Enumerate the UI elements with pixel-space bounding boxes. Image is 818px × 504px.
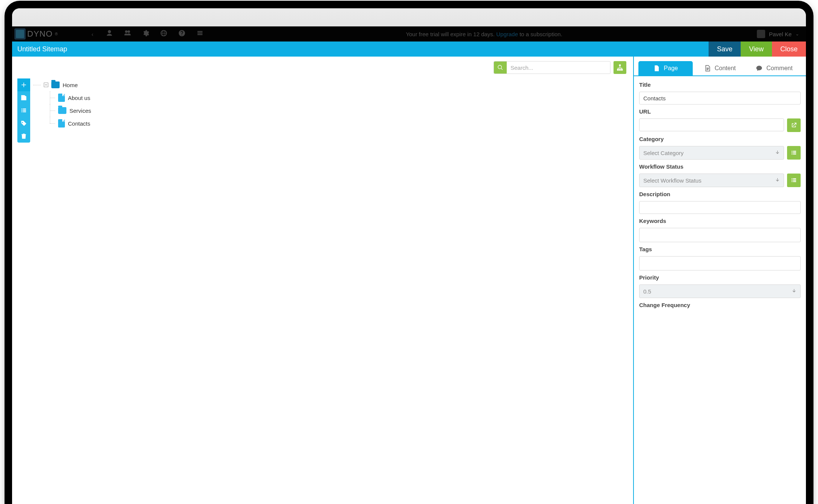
priority-value: 0.5 (643, 288, 651, 295)
category-select[interactable]: Select Category (639, 146, 784, 160)
logo-mark (14, 28, 26, 40)
search-button[interactable] (494, 61, 507, 74)
folder-icon (58, 107, 66, 114)
search-icon (497, 65, 503, 71)
globe-icon[interactable] (160, 29, 168, 39)
description-input[interactable] (639, 201, 801, 214)
tab-page[interactable]: Page (638, 61, 693, 75)
tree-node[interactable]: Contacts (33, 117, 91, 130)
add-page-button[interactable] (17, 78, 30, 91)
user-icon[interactable] (106, 29, 113, 39)
sitemap-diagram-button[interactable] (614, 61, 626, 74)
priority-select[interactable]: 0.5 (639, 284, 801, 298)
right-tabs: Page Content Comment (634, 57, 806, 76)
list-icon (790, 177, 797, 184)
list-view-button[interactable] (17, 104, 30, 117)
browser-chrome (12, 8, 806, 26)
user-name: Pavel Ke (769, 31, 792, 37)
file-icon (58, 94, 65, 102)
top-icon-row (98, 29, 211, 39)
svg-rect-2 (620, 69, 621, 71)
trial-prefix: Your free trial will expire in 12 days. (406, 31, 497, 37)
upgrade-link[interactable]: Upgrade (496, 31, 518, 37)
svg-rect-1 (617, 69, 618, 71)
workflow-label: Workflow Status (639, 163, 801, 170)
sitemap-title: Untitled Sitemap (12, 45, 67, 53)
user-menu[interactable]: Pavel Ke ⌄ (757, 30, 806, 38)
tree-connector (45, 91, 56, 104)
page-icon (653, 65, 660, 72)
url-input[interactable] (639, 118, 784, 131)
svg-rect-0 (620, 65, 621, 66)
search-row (494, 61, 626, 74)
vertical-toolbar (17, 78, 30, 143)
app-topbar: DYNO ® ‹ Your free trial will expire in … (12, 26, 806, 41)
tree-connector (45, 104, 56, 117)
sitemap-tree: Home About us Services (33, 78, 91, 130)
search-box (494, 61, 610, 74)
manage-workflow-button[interactable] (787, 174, 801, 187)
tree-node-label: Services (69, 108, 91, 114)
title-label: Title (639, 81, 801, 88)
tag-button[interactable] (17, 117, 30, 130)
tab-comment-label: Comment (766, 65, 792, 72)
registered-mark: ® (55, 32, 58, 36)
close-button[interactable]: Close (772, 41, 806, 57)
tree-node-label: About us (68, 95, 90, 101)
keywords-label: Keywords (639, 218, 801, 224)
tree-node[interactable]: About us (33, 91, 91, 104)
tab-content[interactable]: Content (693, 61, 747, 75)
tree-root-label: Home (63, 82, 78, 88)
title-input[interactable] (639, 92, 801, 104)
tags-label: Tags (639, 246, 801, 252)
changefreq-label: Change Frequency (639, 302, 801, 308)
category-placeholder: Select Category (643, 150, 684, 156)
avatar (757, 30, 765, 38)
document-icon (704, 65, 711, 72)
brand-name: DYNO (27, 29, 53, 39)
save-button[interactable]: Save (709, 41, 741, 57)
trial-banner: Your free trial will expire in 12 days. … (211, 31, 757, 37)
tab-comment[interactable]: Comment (747, 61, 801, 75)
trash-icon (20, 133, 27, 140)
folder-icon (51, 81, 60, 88)
delete-button[interactable] (17, 130, 30, 143)
users-icon[interactable] (124, 29, 131, 39)
tree-node[interactable]: Services (33, 104, 91, 117)
gear-icon[interactable] (142, 29, 149, 39)
open-url-button[interactable] (787, 118, 801, 132)
list-icon (790, 149, 797, 156)
import-button[interactable] (17, 91, 30, 104)
keywords-input[interactable] (639, 228, 801, 242)
workflow-select[interactable]: Select Workflow Status (639, 174, 784, 187)
chevron-down-icon (775, 150, 780, 156)
tree-toggle[interactable] (44, 83, 48, 87)
help-icon[interactable] (178, 29, 186, 39)
tab-content-label: Content (715, 65, 736, 72)
category-label: Category (639, 136, 801, 142)
workflow-placeholder: Select Workflow Status (643, 177, 701, 184)
list-icon[interactable] (196, 29, 204, 39)
tab-page-label: Page (664, 65, 678, 72)
priority-label: Priority (639, 274, 801, 281)
app-logo: DYNO ® (12, 26, 87, 41)
view-button[interactable]: View (741, 41, 772, 57)
trial-suffix: to a subscription. (518, 31, 563, 37)
tree-connector (45, 117, 56, 130)
manage-categories-button[interactable] (787, 146, 801, 160)
description-label: Description (639, 191, 801, 197)
sitemap-icon (617, 64, 623, 71)
right-pane: Page Content Comment Title URL (633, 57, 806, 504)
search-input[interactable] (507, 62, 610, 73)
tree-root[interactable]: Home (33, 78, 91, 91)
viewport: DYNO ® ‹ Your free trial will expire in … (12, 26, 806, 504)
plus-icon (20, 81, 27, 88)
collapse-chevron[interactable]: ‹ (87, 31, 98, 37)
chevron-down-icon (775, 177, 780, 184)
url-label: URL (639, 108, 801, 115)
svg-rect-3 (621, 69, 623, 71)
chevron-down-icon (791, 288, 796, 295)
editor-body: Home About us Services (12, 57, 806, 504)
left-pane: Home About us Services (12, 57, 633, 504)
tags-input[interactable] (639, 256, 801, 270)
